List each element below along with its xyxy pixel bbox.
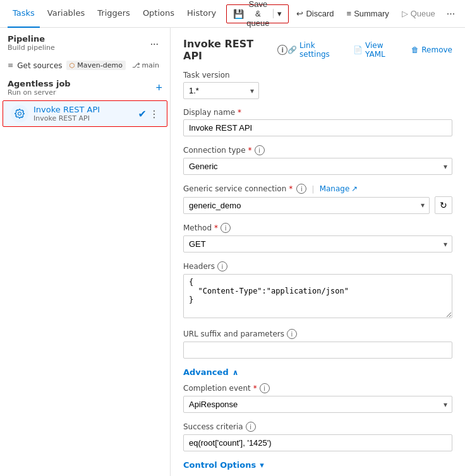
service-connection-required: * [289,184,293,193]
connection-type-select[interactable]: Generic [183,158,452,175]
method-required: * [214,223,218,232]
invoke-rest-api-task[interactable]: Invoke REST API Invoke REST API ✔ ⋮ [3,100,167,127]
task-gear-icon [11,105,28,122]
service-connection-select-wrapper: generic_demo ▾ [183,197,430,214]
method-field: Method * i GET POST PUT DELETE ▾ [183,223,452,253]
headers-info-icon[interactable]: i [217,261,227,271]
completion-event-field: Completion event * i ApiResponse Callbac… [183,383,452,413]
pipeline-subtitle: Build pipeline [8,44,55,52]
pipeline-more-button[interactable]: ··· [147,35,162,53]
completion-event-select-wrapper: ApiResponse Callback ▾ [183,396,452,413]
headers-textarea[interactable]: { "Content-Type":"application/json" } [183,274,452,318]
control-options-toggle[interactable]: Control Options ▾ [183,460,452,470]
branch-indicator: ⎇ main [132,61,159,69]
display-name-required: * [238,108,241,117]
get-sources-item[interactable]: ≡ Get sources ⬡ Maven-demo ⎇ main [0,57,170,74]
url-suffix-input[interactable] [183,342,452,359]
url-suffix-label: URL suffix and parameters i [183,329,452,339]
agent-job-title: Agentless job [8,79,71,88]
service-connection-refresh-button[interactable]: ↻ [435,196,452,214]
connection-type-info-icon[interactable]: i [255,145,265,155]
pipe-divider: | [311,184,314,194]
external-link-icon: ↗ [351,184,358,193]
view-yaml-button[interactable]: 📄 View YAML [353,41,404,59]
headers-label: Headers i [183,261,452,271]
advanced-section: Advanced ∧ [183,367,452,377]
url-suffix-field: URL suffix and parameters i [183,329,452,359]
connection-type-select-wrapper: Generic ▾ [183,158,452,175]
method-select[interactable]: GET POST PUT DELETE [183,235,452,253]
pipeline-title: Pipeline [8,34,55,44]
panel-title: Invoke REST API i [183,38,287,62]
success-criteria-field: Success criteria i [183,422,452,451]
left-panel: Pipeline Build pipeline ··· ≡ Get source… [0,28,171,476]
completion-event-required: * [253,384,257,393]
display-name-field: Display name * [183,108,452,136]
headers-field: Headers i { "Content-Type":"application/… [183,261,452,320]
connection-type-label: Connection type * i [183,145,452,155]
completion-event-select[interactable]: ApiResponse Callback [183,396,452,413]
advanced-toggle[interactable]: Advanced ∧ [183,367,452,377]
expand-button[interactable]: ↗ [461,6,465,22]
task-version-select[interactable]: 1.* [183,82,259,99]
save-queue-chevron-icon: ▾ [273,9,282,18]
discard-button[interactable]: ↩ Discard [291,6,339,21]
summary-icon: ≡ [347,9,352,18]
success-criteria-input[interactable] [183,434,452,451]
right-panel: Invoke REST API i 🔗 Link settings 📄 View… [171,28,465,476]
task-version-field: Task version 1.* ▾ [183,71,452,99]
agent-job-sub: Run on server [8,88,71,97]
queue-button[interactable]: ▷ Queue [397,6,440,21]
save-icon: 💾 [233,9,244,19]
agent-job-section: Agentless job Run on server + [0,74,170,99]
manage-link[interactable]: Manage ↗ [320,184,358,193]
tab-options[interactable]: Options [138,0,179,28]
get-sources-icon: ≡ [8,61,13,69]
service-connection-field: Generic service connection * i | Manage … [183,184,452,214]
display-name-label: Display name * [183,108,452,117]
maven-icon: ⬡ [69,62,75,69]
task-name-label: Invoke REST API [33,105,138,114]
title-info-icon[interactable]: i [277,45,287,55]
control-options-chevron-icon: ▾ [260,460,264,470]
trash-icon: 🗑 [411,45,419,54]
yaml-icon: 📄 [353,45,363,54]
main-layout: Pipeline Build pipeline ··· ≡ Get source… [0,28,465,476]
add-task-button[interactable]: + [155,81,162,95]
tab-triggers[interactable]: Triggers [92,0,135,28]
maven-demo-badge: ⬡ Maven-demo [66,61,126,70]
link-icon: 🔗 [287,45,297,54]
tab-history[interactable]: History [182,0,221,28]
pipeline-header: Pipeline Build pipeline ··· [0,28,170,57]
service-connection-label-row: Generic service connection * i | Manage … [183,184,452,194]
connection-type-field: Connection type * i Generic ▾ [183,145,452,175]
save-queue-button[interactable]: 💾 Save & queue ▾ [226,4,289,23]
url-suffix-info-icon[interactable]: i [287,329,297,339]
get-sources-label: Get sources [17,61,62,70]
success-criteria-label: Success criteria i [183,422,452,432]
method-info-icon[interactable]: i [220,223,231,233]
service-connection-select[interactable]: generic_demo [183,197,430,214]
task-version-select-wrapper: 1.* ▾ [183,82,259,99]
tab-tasks[interactable]: Tasks [8,0,40,28]
display-name-input[interactable] [183,119,452,136]
connection-type-required: * [248,146,252,155]
branch-icon: ⎇ [132,61,140,69]
task-check-icon: ✔ [138,108,147,120]
summary-button[interactable]: ≡ Summary [342,6,394,21]
success-criteria-info-icon[interactable]: i [246,422,256,432]
tab-variables[interactable]: Variables [42,0,90,28]
advanced-chevron-icon: ∧ [232,368,239,377]
more-options-button[interactable]: ··· [443,5,459,23]
discard-icon: ↩ [296,9,303,18]
method-select-wrapper: GET POST PUT DELETE ▾ [183,235,452,253]
panel-actions: 🔗 Link settings 📄 View YAML 🗑 Remove [287,41,452,59]
remove-button[interactable]: 🗑 Remove [411,45,452,54]
service-connection-input-row: generic_demo ▾ ↻ [183,196,452,214]
service-connection-info-icon[interactable]: i [296,184,306,194]
completion-event-label: Completion event * i [183,383,452,393]
top-nav: Tasks Variables Triggers Options History… [0,0,465,28]
completion-event-info-icon[interactable]: i [260,383,270,393]
task-more-icon[interactable]: ⋮ [149,108,159,120]
link-settings-button[interactable]: 🔗 Link settings [287,41,346,59]
